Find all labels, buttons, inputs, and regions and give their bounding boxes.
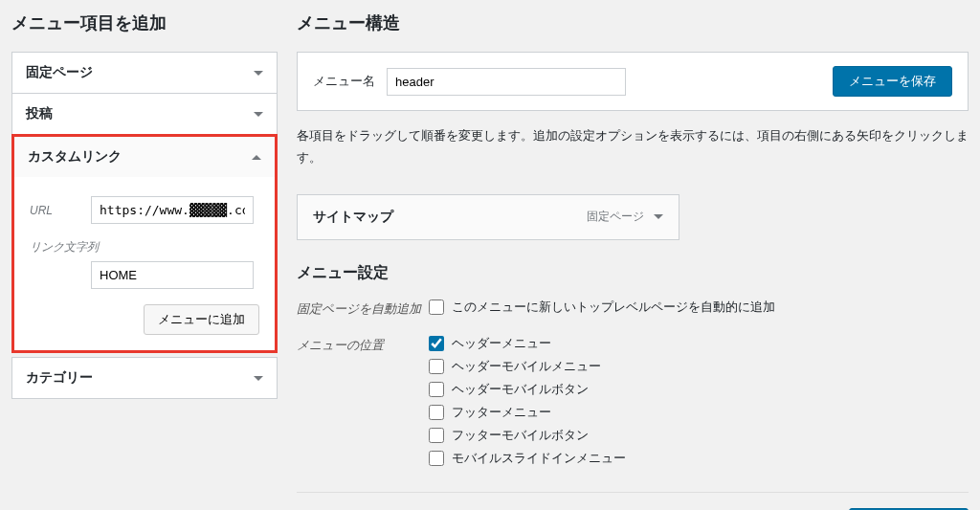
menu-name-input[interactable] (387, 68, 626, 96)
settings-heading: メニュー設定 (297, 263, 969, 283)
accordion-pages-label: 固定ページ (26, 64, 93, 81)
link-text-input[interactable] (91, 261, 254, 289)
menu-item[interactable]: サイトマップ 固定ページ (297, 194, 679, 240)
location-checkbox-4[interactable] (429, 428, 444, 443)
location-label-0: ヘッダーメニュー (452, 335, 551, 352)
chevron-down-icon (254, 376, 263, 381)
accordion-posts-label: 投稿 (26, 105, 53, 122)
chevron-down-icon (254, 71, 263, 76)
location-label-5: モバイルスライドインメニュー (452, 450, 626, 467)
menu-name-bar: メニュー名 メニューを保存 (297, 52, 969, 111)
accordion-categories[interactable]: カテゴリー (11, 357, 278, 399)
accordion-categories-label: カテゴリー (26, 369, 93, 387)
accordion-posts[interactable]: 投稿 (11, 93, 278, 135)
menu-name-label: メニュー名 (313, 73, 375, 90)
menu-item-title: サイトマップ (313, 209, 393, 226)
save-menu-button-top[interactable]: メニューを保存 (833, 66, 952, 97)
location-checkbox-0[interactable] (429, 336, 444, 351)
accordion-custom-label: カスタムリンク (28, 148, 122, 166)
chevron-up-icon (252, 155, 261, 160)
auto-add-checkbox[interactable] (429, 299, 444, 315)
left-heading: メニュー項目を追加 (11, 11, 278, 34)
location-label-1: ヘッダーモバイルメニュー (452, 358, 601, 375)
instruction-text: 各項目をドラッグして順番を変更します。追加の設定オプションを表示するには、項目の… (297, 124, 969, 169)
right-heading: メニュー構造 (297, 11, 969, 34)
location-label-2: ヘッダーモバイルボタン (452, 381, 589, 398)
accordion-custom-link[interactable]: カスタムリンク (14, 137, 275, 177)
menu-item-type: 固定ページ (587, 209, 644, 225)
chevron-down-icon (254, 112, 263, 117)
location-label-4: フッターモバイルボタン (452, 427, 589, 444)
auto-add-label: 固定ページを自動追加 (297, 299, 429, 318)
location-checkbox-1[interactable] (429, 359, 444, 374)
location-checkbox-5[interactable] (429, 451, 444, 466)
add-to-menu-button[interactable]: メニューに追加 (144, 304, 259, 335)
accordion-pages[interactable]: 固定ページ (11, 52, 278, 94)
auto-add-text: このメニューに新しいトップレベルページを自動的に追加 (452, 299, 775, 316)
url-input[interactable] (91, 196, 254, 224)
location-checkbox-3[interactable] (429, 405, 444, 420)
chevron-down-icon (654, 214, 663, 219)
link-text-label: リンク文字列 (30, 239, 259, 255)
location-checkbox-2[interactable] (429, 382, 444, 397)
url-label: URL (30, 204, 72, 217)
location-label: メニューの位置 (297, 335, 429, 354)
location-label-3: フッターメニュー (452, 404, 551, 421)
